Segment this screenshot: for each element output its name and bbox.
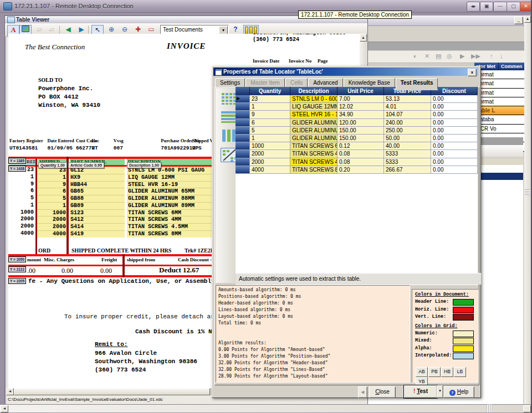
grid-column-quantity[interactable]: Quantity	[250, 87, 290, 95]
rdp-titlebar[interactable]: 172.21.1.107 - Remote Desktop Connection…	[0, 0, 532, 13]
grid-row[interactable]: 5 GLIDER ALUMINU 150.00 250.00 0.00	[236, 127, 478, 135]
cell-discount[interactable]: 0.00	[431, 111, 478, 118]
grid-row[interactable]: 1 LIQ GAUGE 12MM 12.02 4.01 0.00	[236, 103, 478, 111]
algorithm-mini-button[interactable]: AB	[416, 367, 428, 377]
dialog-tab[interactable]: Settings	[215, 78, 245, 87]
close-button[interactable]: ✕	[520, 2, 532, 12]
cell-description[interactable]: LIQ GAUGE 12MM	[290, 103, 337, 111]
grid-row[interactable]: 9 STEEL HVR 16 - 19 34.90 104.07 0.00	[236, 111, 478, 118]
row-header-cell[interactable]	[236, 158, 250, 166]
dialog-tab[interactable]: Advanced	[308, 78, 342, 87]
dialog-tab[interactable]: Test Results	[396, 78, 438, 89]
scrollbar-thumb[interactable]	[14, 388, 210, 395]
grid-column-discount[interactable]: Discount	[431, 87, 478, 95]
cell-quantity[interactable]: 1	[250, 103, 290, 111]
cell-total-price[interactable]: 5333	[384, 158, 431, 166]
algorithm-mini-button[interactable]: LB	[454, 367, 466, 377]
dialog-tab[interactable]: Cells	[285, 78, 308, 87]
algorithm-mini-button[interactable]: HB	[441, 367, 453, 377]
locator-list-item[interactable]: Databa	[474, 115, 524, 124]
test-dropdown-icon[interactable]: ▼	[437, 385, 443, 398]
cell-unit-price[interactable]: 0.20	[337, 166, 384, 174]
grid-row[interactable]: 2000 TITAN SCREWS 4. 0.08 5333 0.00	[236, 158, 478, 166]
outer-horizontal-scrollbar[interactable]: ◄	[0, 404, 531, 412]
cell-quantity[interactable]: 4000	[250, 166, 290, 174]
cell-discount[interactable]: 0.00	[431, 158, 478, 166]
cell-unit-price[interactable]: 7.00	[337, 95, 384, 103]
grid-row[interactable]: 1 GLIDER ALUMINU 150.00 50.00 0.00	[236, 135, 478, 142]
row-header-cell[interactable]	[236, 127, 250, 135]
table-cells-icon[interactable]	[221, 92, 237, 105]
locator-list-item[interactable]: Format	[474, 70, 524, 79]
table-columns-icon[interactable]	[221, 129, 237, 142]
cell-quantity[interactable]: 2000	[250, 150, 290, 158]
locator-list-item[interactable]: Table L	[474, 106, 524, 115]
row-header-cell[interactable]	[236, 166, 250, 174]
locator-list-item[interactable]: Format	[474, 89, 524, 97]
grid-row[interactable]: 2000 TITAN SCREWS 4 0.08 5333 0.00	[236, 150, 478, 158]
cell-unit-price[interactable]: 0.08	[337, 150, 384, 158]
dialog-tab[interactable]: Knowledge Base	[344, 78, 395, 87]
cell-total-price[interactable]: 50.00	[384, 135, 431, 142]
scroll-up-icon[interactable]: ▲	[360, 34, 367, 42]
locator-list-item[interactable]: OCR Vo	[474, 125, 524, 133]
cell-description[interactable]: TITAN SCREWS 6	[290, 142, 337, 150]
dialog-tab[interactable]: Master Item	[245, 78, 285, 87]
cell-quantity[interactable]: 5	[250, 127, 290, 135]
row-header-cell[interactable]	[236, 111, 250, 118]
run-icon[interactable]: ▶	[460, 53, 464, 60]
cell-discount[interactable]: 0.00	[431, 127, 478, 135]
cell-total-price[interactable]: 266.67	[384, 166, 431, 174]
cell-description[interactable]: STNLS LM 0 - 600	[290, 95, 337, 103]
table-rows-icon[interactable]	[221, 110, 237, 123]
find-icon[interactable]: ◐	[413, 53, 417, 59]
cell-discount[interactable]: 0.00	[431, 135, 478, 142]
grid-column-description[interactable]: Description	[290, 87, 337, 95]
cell-total-price[interactable]: 104.07	[384, 111, 431, 118]
row-header-cell[interactable]	[236, 142, 250, 150]
scroll-left-icon[interactable]: ◄	[6, 388, 14, 395]
cell-unit-price[interactable]: 0.12	[337, 142, 384, 150]
cell-unit-price[interactable]: 120.00	[337, 119, 384, 127]
locator-list-item[interactable]: Format	[474, 97, 524, 106]
algorithm-log-pane[interactable]: Amounts-based algorithm: 0 ms Positions-…	[216, 285, 410, 383]
cell-total-price[interactable]: 250.00	[384, 127, 431, 135]
maximize-button[interactable]: ▢	[507, 2, 520, 12]
cell-description[interactable]: TITAN SCREWS 8	[290, 166, 337, 174]
grid-row[interactable]: 4000 TITAN SCREWS 8 0.20 266.67 0.00	[236, 166, 478, 174]
chevron-down-icon[interactable]: ▼	[219, 26, 228, 34]
cell-description[interactable]: GLIDER ALUMINU	[290, 119, 337, 127]
scroll-left-icon[interactable]: ◄	[1, 405, 8, 412]
scrollbar-grip[interactable]	[525, 189, 530, 195]
grid-row[interactable]: 1000 TITAN SCREWS 6 0.12 40.00 0.00	[236, 142, 478, 150]
cell-unit-price[interactable]: 150.00	[337, 127, 384, 135]
scrollbar-grip[interactable]	[487, 405, 492, 412]
rdp-restore-down-button[interactable]: ▣	[480, 2, 493, 12]
outer-vertical-scrollbar[interactable]: ▲	[524, 16, 531, 404]
cell-discount[interactable]: 0.00	[431, 166, 478, 174]
search-icon[interactable]: ◎	[447, 53, 452, 60]
algorithm-mini-button[interactable]: PB	[428, 367, 441, 377]
background-minimize-button[interactable]: _	[514, 17, 523, 24]
grid-row[interactable]: 6 GLIDER ALUMINU 120.00 240.00 0.00	[236, 119, 478, 127]
run-all-icon[interactable]: ▶▶	[471, 53, 480, 60]
properties-icon[interactable]: ▤	[436, 53, 441, 60]
cell-total-price[interactable]: 240.00	[384, 119, 431, 127]
cell-description[interactable]: TITAN SCREWS 4.	[290, 158, 337, 166]
grid-column-unit-price[interactable]: Unit Price	[337, 87, 384, 95]
cell-unit-price[interactable]: 150.00	[337, 135, 384, 142]
cell-total-price[interactable]: 40.00	[384, 142, 431, 150]
move-up-icon[interactable]: ↑	[490, 53, 493, 59]
row-header-cell[interactable]	[236, 150, 250, 158]
row-header-cell[interactable]	[236, 103, 250, 111]
cell-discount[interactable]: 0.00	[431, 95, 478, 103]
scroll-up-icon[interactable]: ▲	[524, 16, 531, 23]
locator-list-item[interactable]: Format	[474, 79, 524, 88]
grid-row[interactable]: 23 STNLS LM 0 - 600 7.00 53.13 0.00	[236, 95, 478, 103]
cell-total-price[interactable]: 53.13	[384, 95, 431, 103]
cell-description[interactable]: GLIDER ALUMINU	[290, 127, 337, 135]
delete-icon[interactable]: ✕	[424, 53, 429, 60]
cell-discount[interactable]: 0.00	[431, 103, 478, 111]
dialog-close-icon[interactable]: x	[468, 69, 477, 76]
collapse-left-icon[interactable]: ◃	[358, 386, 367, 398]
